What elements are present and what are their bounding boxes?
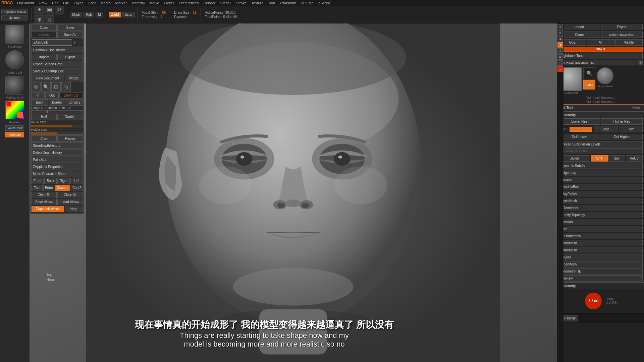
new-doc-btn[interactable]: New Document [31, 75, 64, 81]
menu-light[interactable]: Light [86, 1, 98, 5]
modify-topology-btn[interactable]: Modify Topology [558, 212, 643, 218]
clay-polish-btn[interactable]: ClayPolish [558, 191, 643, 197]
back2-btn[interactable]: Back [44, 178, 57, 184]
menu-zscript[interactable]: ZScript [316, 1, 332, 5]
reuv-btn[interactable]: ReUV [626, 155, 643, 162]
strip-icon-6[interactable]: ▣ [557, 54, 563, 60]
tool-icon-4[interactable]: ⊕ [35, 15, 44, 24]
shadow-box-btn[interactable]: ShadowBox [558, 184, 643, 190]
open-btn[interactable]: Open [31, 24, 57, 31]
saveas-btn[interactable]: Save As [57, 32, 83, 38]
border-btn[interactable]: Border [49, 99, 65, 106]
half-btn[interactable]: Half [31, 114, 57, 120]
suv-btn[interactable]: Suv [608, 155, 625, 162]
array-mesh-btn[interactable]: ArrayMesh [558, 240, 643, 246]
menu-layer[interactable]: Layer [72, 1, 85, 5]
import-btn[interactable]: Import [31, 54, 57, 60]
layers-btn[interactable]: Layers [558, 254, 643, 260]
import-btn-rs[interactable]: Import [558, 24, 600, 30]
make-char-sheet-btn[interactable]: Make Character Sheet [31, 171, 83, 177]
delete-depth-btn[interactable]: DeleteDepthHistory [31, 149, 83, 156]
menu-stroke[interactable]: Stroke [234, 1, 249, 5]
zremesher-btn[interactable]: ZRemesher [558, 205, 643, 211]
border2-btn[interactable]: Border2 [66, 99, 83, 106]
crop-btn[interactable]: Crop [31, 135, 57, 142]
zoom-icon[interactable]: 🔍 [41, 82, 51, 92]
menu-edit[interactable]: Edit [50, 1, 60, 5]
top-btn[interactable]: Top [31, 185, 43, 191]
fiber-mesh-btn[interactable]: FiberMesh [558, 261, 643, 267]
brush-preview[interactable] [5, 25, 24, 44]
save-views-btn[interactable]: Save Views [31, 199, 57, 205]
menu-picker[interactable]: Picker [162, 1, 176, 5]
help-btn[interactable]: Help [65, 206, 83, 212]
right-btn[interactable]: Right [57, 178, 70, 184]
zadd-btn[interactable]: Zadd [109, 12, 121, 17]
smt-btn[interactable]: Smt [591, 155, 607, 162]
sdiv-slider[interactable] [570, 127, 592, 132]
load-views-btn[interactable]: Load Views [57, 199, 83, 205]
menu-stencil[interactable]: Stencil [218, 1, 233, 5]
menu-marker[interactable]: Marker [113, 1, 129, 5]
freeze-subdiv-btn[interactable]: Freeze SubDivision Levels [558, 141, 643, 147]
geometry-hd-btn[interactable]: Geometry HD [558, 268, 643, 275]
custom-btn[interactable]: Custom [55, 185, 70, 191]
strip-icon-3[interactable]: ◉ [557, 36, 563, 42]
menu-zplugin[interactable]: ZPlugin [299, 1, 315, 5]
double-btn[interactable]: Double [57, 114, 83, 120]
in-btn[interactable]: In [31, 92, 45, 99]
save-btn[interactable]: Save [57, 24, 83, 31]
m-btn[interactable]: M [96, 12, 103, 17]
strip-icon-5[interactable]: ⚙ [557, 48, 563, 54]
clear-all-btn[interactable]: Clear All [57, 192, 83, 198]
paintstop-btn[interactable]: PaintStop [31, 157, 83, 163]
menu-transform[interactable]: Transform [278, 1, 299, 5]
del-higher-btn[interactable]: Del Higher [601, 134, 643, 140]
save-startup-btn[interactable]: Save As Startup Doc [31, 68, 83, 74]
clone-btn[interactable]: Clone [558, 32, 600, 38]
lower-res-btn[interactable]: Lower Res [558, 118, 600, 125]
spix-btn[interactable]: SPix 3 [558, 47, 643, 52]
back-btn[interactable]: Back [31, 99, 48, 106]
rstr-btn[interactable]: Rstr [619, 126, 643, 132]
tool-icon-2[interactable]: ▣ [45, 5, 54, 14]
menu-material[interactable]: Material [129, 1, 147, 5]
preview-btn[interactable]: Preview [558, 275, 643, 282]
menu-texture[interactable]: Texture [249, 1, 265, 5]
recent-btn[interactable]: Recent [31, 32, 57, 38]
edge-loop-btn[interactable]: EdgeLoop [558, 170, 643, 176]
strip-icon-4[interactable]: ★ [557, 42, 563, 48]
dyna-mesh-btn[interactable]: DynaMesh [558, 198, 643, 204]
del-lower-btn[interactable]: Del Lower [558, 134, 600, 140]
canvas-area[interactable]: 人人素材 RRCG 人人素材 RRCG 人人素材 RRCG 人人素材 RRCG … [30, 23, 557, 362]
strip-icon-8[interactable]: xyz [557, 66, 563, 72]
aahalf-icon[interactable]: ½ [61, 82, 71, 92]
resize-btn[interactable]: Resize [57, 135, 83, 142]
crease-btn[interactable]: Crease [558, 177, 643, 183]
visible-btn[interactable]: Visible [615, 39, 643, 46]
reconstruct-subdiv-btn[interactable]: Reconstruct Subdiv [558, 148, 643, 154]
nano-mesh-btn[interactable]: NanoMesh [558, 247, 643, 253]
menu-tool[interactable]: Tool [266, 1, 277, 5]
scroll-icon[interactable]: ⧉ [31, 82, 41, 92]
wsize-btn[interactable]: WSize [65, 75, 83, 81]
brush-preview-small[interactable] [5, 50, 24, 69]
tool-icon-1[interactable]: ✦ [35, 5, 44, 14]
position-btn[interactable]: Position [558, 219, 643, 225]
out-btn[interactable]: Out [45, 92, 59, 99]
all-btn[interactable]: All [587, 39, 614, 46]
lightbox-btn[interactable]: LightBox [1, 15, 28, 20]
lightbox-tools-btn[interactable]: Lightbox> Tools [558, 53, 643, 59]
zsub-btn[interactable]: Zsub [122, 12, 135, 17]
size-btn[interactable]: Size [558, 226, 643, 232]
menu-render[interactable]: Render [201, 1, 217, 5]
tool-icon-5[interactable]: ⌂ [45, 15, 54, 24]
botm-btn[interactable]: Botm [43, 185, 55, 191]
tool-icon-3[interactable]: ⟳ [55, 5, 64, 14]
cage-btn[interactable]: Cage [594, 126, 618, 132]
rgb-btn[interactable]: Rgb [84, 12, 94, 17]
tool-zoom-btn[interactable]: 🔍 [583, 67, 595, 79]
strip-icon-2[interactable]: ⊘ [557, 30, 563, 36]
lightbox-docs-btn[interactable]: Lightbox> Documents [31, 47, 83, 53]
alternate-btn[interactable]: Alternate [5, 132, 24, 137]
